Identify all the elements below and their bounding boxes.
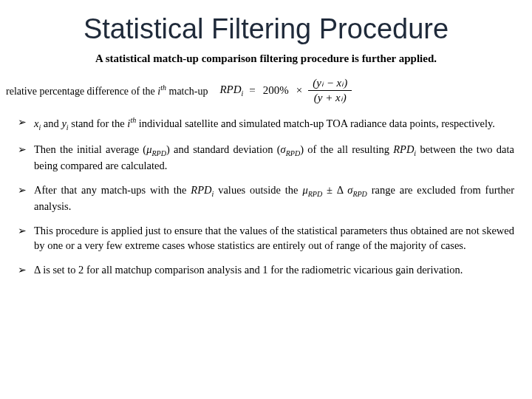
bullet-5: Δ is set to 2 for all matchup comparison…: [18, 263, 514, 278]
bullet-1: xi and yi stand for the ith individual s…: [18, 115, 514, 132]
bullet-3: After that any match-ups with the RPDi v…: [18, 183, 514, 214]
b2-sigma: σ: [281, 143, 286, 155]
formula-lhs-var: RPD: [219, 83, 241, 95]
b3-d: values outside the: [214, 184, 302, 196]
rpd-definition-row: relative percentage difference of the it…: [0, 72, 532, 111]
formula-eq: =: [248, 84, 256, 97]
b3-rpd: RPD: [191, 184, 211, 196]
rpd-label-th: th: [160, 83, 166, 92]
b1-and: and: [41, 117, 61, 129]
b3-a: After that any match-ups with the: [34, 184, 191, 196]
b3-mu-sub: RPD: [308, 190, 322, 198]
rpd-label: relative percentage difference of the it…: [6, 83, 208, 98]
formula-coef: 200%: [262, 84, 290, 97]
b1-standfor: stand for the: [69, 117, 128, 129]
b3-pm: ± Δ: [322, 184, 347, 196]
formula-numerator: (yᵢ − xᵢ): [308, 77, 352, 89]
bullet-4: This procedure is applied just to ensure…: [18, 224, 514, 253]
b1-th: th: [130, 116, 136, 124]
rpd-formula: RPDi = 200% × (yᵢ − xᵢ) (y + xᵢ): [219, 77, 352, 103]
b2-d: ) and standard deviation (: [166, 143, 281, 155]
b2-mu-sub: RPD: [151, 149, 166, 157]
rpd-label-prefix: relative percentage difference of the: [6, 85, 157, 96]
b2-rpd: RPD: [393, 143, 414, 155]
slide-title: Statistical Filtering Procedure: [0, 0, 532, 50]
b2-g: ) of the all resulting: [300, 143, 393, 155]
formula-lhs-sub: i: [242, 89, 244, 98]
b3-mu: μ: [302, 184, 307, 196]
bullet-2: Then the initial average (μRPD) and stan…: [18, 143, 514, 173]
bullet-list: xi and yi stand for the ith individual s…: [0, 111, 532, 278]
rpd-label-suffix: match-up: [166, 85, 208, 96]
formula-times: ×: [295, 84, 304, 97]
b2-sigma-sub: RPD: [286, 149, 300, 157]
b1-rest: individual satellite and simulated match…: [136, 117, 495, 129]
slide-subtitle: A statistical match-up comparison filter…: [0, 50, 532, 72]
formula-bar: [308, 90, 352, 91]
b3-sigma-sub: RPD: [352, 190, 366, 198]
formula-fraction: (yᵢ − xᵢ) (y + xᵢ): [308, 77, 352, 103]
formula-denominator: (y + xᵢ): [310, 92, 351, 104]
b2-a: Then the initial average (: [34, 143, 146, 155]
